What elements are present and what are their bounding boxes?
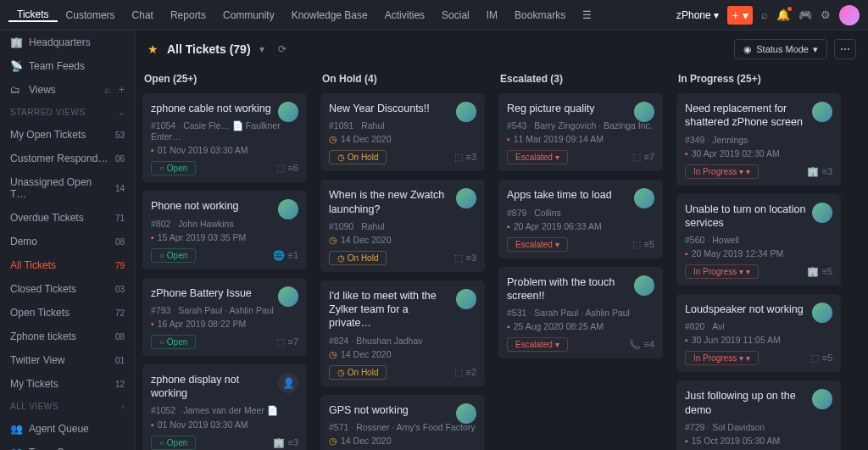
sidebar-headquarters[interactable]: 🏢Headquarters bbox=[0, 31, 135, 54]
status-tag[interactable]: Escalated ▾ bbox=[507, 237, 568, 252]
ticket-card[interactable]: Phone not working#802·John Hawkins▪15 Ap… bbox=[142, 191, 307, 269]
column-header: On Hold (4) bbox=[320, 68, 485, 93]
sidebar-team-feeds[interactable]: 📡Team Feeds bbox=[0, 54, 135, 78]
gamepad-icon[interactable]: 🎮 bbox=[798, 8, 812, 21]
ticket-meta: #1090·Rahul bbox=[329, 221, 476, 231]
assignee-avatar[interactable] bbox=[456, 403, 476, 424]
sidebar-view[interactable]: Overdue Tickets71 bbox=[0, 206, 135, 230]
add-view-icon[interactable]: + bbox=[119, 84, 125, 96]
status-tag[interactable]: ◷ On Hold bbox=[329, 150, 387, 164]
nav-chat[interactable]: Chat bbox=[124, 9, 162, 21]
card-footer-icons: ⬚ ≡3 bbox=[454, 253, 476, 264]
sidebar-agent-queue[interactable]: 👥Agent Queue bbox=[0, 417, 135, 441]
nav-reports[interactable]: Reports bbox=[162, 9, 214, 21]
ticket-meta: #543·Barry Zingovich · Bazinga Inc. bbox=[507, 120, 654, 131]
ticket-title: GPS not working bbox=[329, 403, 476, 417]
sidebar-view[interactable]: All Tickets79 bbox=[0, 253, 135, 277]
ticket-card[interactable]: When is the new Zwatch launching?#1090·R… bbox=[320, 180, 485, 272]
sidebar-view[interactable]: Zphone tickets08 bbox=[0, 325, 135, 348]
nav-overflow-icon[interactable]: ☰ bbox=[574, 9, 600, 21]
ticket-card[interactable]: New Year Discounts!!#1091·Rahul◷14 Dec 2… bbox=[320, 93, 485, 171]
ticket-card[interactable]: I'd like to meet with the Zylker team fo… bbox=[320, 281, 485, 386]
search-icon[interactable]: ⌕ bbox=[761, 8, 768, 21]
star-icon[interactable]: ★ bbox=[147, 42, 159, 56]
status-mode-button[interactable]: ◉ Status Mode ▾ bbox=[734, 39, 827, 59]
ticket-card[interactable]: Just following up on the demo#729·Sol Da… bbox=[676, 381, 841, 450]
nav-tickets[interactable]: Tickets bbox=[8, 8, 58, 22]
sidebar-view[interactable]: Open Tickets72 bbox=[0, 301, 135, 325]
ticket-card[interactable]: Apps take time to load#879·Collins▪20 Ap… bbox=[498, 180, 663, 258]
title-chevron-down-icon[interactable]: ▾ bbox=[259, 43, 264, 55]
sidebar-view[interactable]: My Open Tickets53 bbox=[0, 123, 135, 147]
ticket-card[interactable]: zphone cable not working#1054·Casie Fle…… bbox=[142, 93, 307, 182]
assignee-avatar[interactable] bbox=[278, 102, 298, 122]
refresh-icon[interactable]: ⟳ bbox=[278, 43, 287, 55]
status-tag[interactable]: ◷ On Hold bbox=[329, 365, 387, 380]
assignee-avatar[interactable] bbox=[456, 289, 476, 309]
starred-views-section[interactable]: STARRED VIEWS⌄ bbox=[0, 102, 135, 123]
status-tag[interactable]: In Progress ▾ ▾ bbox=[685, 351, 759, 365]
ticket-card[interactable]: zPhone Battery Issue#793·Sarah Paul · As… bbox=[142, 278, 307, 356]
sidebar-view[interactable]: Unassigned Open T…14 bbox=[0, 170, 135, 206]
status-tag[interactable]: Escalated ▾ bbox=[507, 150, 568, 164]
nav-social[interactable]: Social bbox=[433, 9, 478, 21]
all-views-section[interactable]: ALL VIEWS› bbox=[0, 396, 135, 417]
assignee-avatar[interactable] bbox=[456, 102, 476, 122]
status-tag[interactable]: ○ Open bbox=[151, 335, 196, 349]
profile-avatar[interactable] bbox=[839, 5, 860, 25]
status-tag[interactable]: In Progress ▾ ▾ bbox=[685, 164, 759, 179]
assignee-avatar[interactable] bbox=[812, 303, 832, 323]
status-tag[interactable]: ◷ On Hold bbox=[329, 251, 387, 265]
status-tag[interactable]: ○ Open bbox=[151, 248, 196, 263]
nav-bookmarks[interactable]: Bookmarks bbox=[506, 9, 574, 21]
notifications-icon[interactable]: 🔔 bbox=[776, 8, 790, 21]
sidebar-team-queue[interactable]: 👥Team Queue bbox=[0, 441, 135, 450]
sidebar-view[interactable]: My Tickets12 bbox=[0, 372, 135, 396]
status-tag[interactable]: Escalated ▾ bbox=[507, 337, 568, 352]
ticket-card[interactable]: Reg picture quality#543·Barry Zingovich … bbox=[498, 93, 663, 171]
assignee-avatar[interactable] bbox=[634, 102, 654, 122]
nav-community[interactable]: Community bbox=[214, 9, 283, 21]
nav-activities[interactable]: Activities bbox=[376, 9, 433, 21]
nav-customers[interactable]: Customers bbox=[58, 9, 124, 21]
ticket-card[interactable]: Unable to turn on location services#560·… bbox=[676, 194, 841, 286]
brand-switcher[interactable]: zPhone ▾ bbox=[676, 9, 719, 21]
ticket-card[interactable]: Loudspeaker not working#820·Avi▪30 Jun 2… bbox=[676, 294, 841, 372]
ticket-title: Apps take time to load bbox=[507, 188, 654, 202]
ticket-card[interactable]: 👤zphone display not working#1052·James v… bbox=[142, 364, 307, 450]
ticket-title: Loudspeaker not working bbox=[685, 303, 832, 316]
add-button[interactable]: + ▾ bbox=[727, 6, 753, 25]
ticket-meta: #793·Sarah Paul · Ashlin Paul bbox=[151, 305, 298, 315]
status-tag[interactable]: ○ Open bbox=[151, 161, 196, 175]
assignee-icon[interactable]: 👤 bbox=[278, 373, 298, 393]
assignee-avatar[interactable] bbox=[812, 102, 832, 122]
ticket-card[interactable]: Problem with the touch screen!!#531·Sara… bbox=[498, 267, 663, 359]
ticket-date: ▪15 Apr 2019 03:35 PM bbox=[151, 232, 298, 242]
chevron-down-icon: ⌄ bbox=[118, 108, 125, 117]
ticket-date: ▪01 Nov 2019 03:30 AM bbox=[151, 145, 298, 155]
column-header: Escalated (3) bbox=[498, 68, 663, 93]
sidebar-views-header[interactable]: 🗂Views ⌕+ bbox=[0, 78, 135, 102]
sidebar-view[interactable]: Customer Respond…06 bbox=[0, 147, 135, 170]
ticket-date: ◷14 Dec 2020 bbox=[329, 134, 476, 144]
sidebar-view[interactable]: Demo08 bbox=[0, 230, 135, 253]
assignee-avatar[interactable] bbox=[812, 203, 832, 223]
ticket-date: ▪30 Apr 2019 02:30 AM bbox=[685, 148, 832, 158]
ticket-card[interactable]: Need replacement for shattered zPhone sc… bbox=[676, 93, 841, 186]
ticket-date: ◷14 Dec 2020 bbox=[329, 235, 476, 245]
assignee-avatar[interactable] bbox=[278, 286, 298, 307]
assignee-avatar[interactable] bbox=[278, 199, 298, 219]
search-views-icon[interactable]: ⌕ bbox=[104, 84, 110, 96]
nav-im[interactable]: IM bbox=[478, 9, 506, 21]
sidebar-view[interactable]: Closed Tickets03 bbox=[0, 277, 135, 301]
assignee-avatar[interactable] bbox=[634, 275, 654, 296]
assignee-avatar[interactable] bbox=[634, 188, 654, 208]
nav-knowledge-base[interactable]: Knowledge Base bbox=[283, 9, 376, 21]
gear-icon[interactable]: ⚙ bbox=[821, 8, 831, 21]
status-tag[interactable]: ○ Open bbox=[151, 436, 196, 450]
sidebar-view[interactable]: Twitter View01 bbox=[0, 348, 135, 372]
status-tag[interactable]: In Progress ▾ ▾ bbox=[685, 264, 759, 279]
ticket-meta: #571·Rossner · Amy's Food Factory bbox=[329, 422, 476, 432]
ticket-card[interactable]: GPS not working#571·Rossner · Amy's Food… bbox=[320, 395, 485, 451]
more-button[interactable]: ⋯ bbox=[834, 39, 856, 59]
